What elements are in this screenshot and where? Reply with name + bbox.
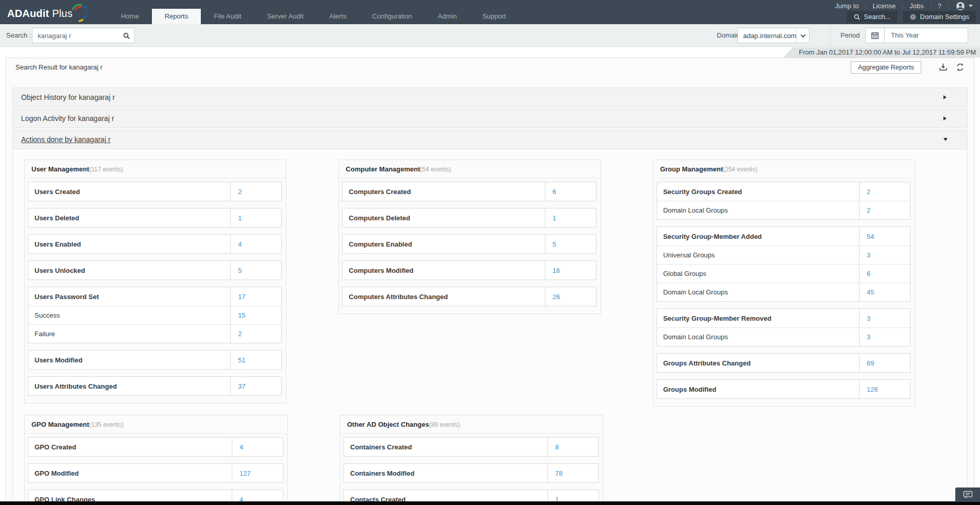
domain-settings-button[interactable]: Domain Settings bbox=[903, 11, 976, 23]
stat-row: Users Password Set17 bbox=[28, 287, 281, 306]
stat-row: Failure2 bbox=[28, 324, 281, 343]
card-header: Computer Management(54 events) bbox=[339, 160, 600, 179]
stat-value-link[interactable]: 26 bbox=[545, 293, 596, 301]
stat-group: Security Groups Created2Domain Local Gro… bbox=[657, 182, 910, 220]
nav-tab-home[interactable]: Home bbox=[108, 9, 152, 24]
stat-value-link[interactable]: 4 bbox=[232, 443, 283, 451]
domain-select[interactable]: adap.internal.com bbox=[737, 28, 810, 43]
stat-group: Users Enabled4 bbox=[28, 234, 282, 254]
stat-value-link[interactable]: 8 bbox=[548, 443, 598, 451]
card-other-ad-object-changes: Other AD Object Changes(89 events)Contai… bbox=[340, 415, 604, 505]
chevron-down-icon bbox=[943, 138, 948, 141]
stat-row: Domain Local Groups2 bbox=[657, 201, 910, 219]
app-logo-text: ADAudit Plus bbox=[7, 8, 73, 20]
stat-value-link[interactable]: 127 bbox=[232, 469, 283, 477]
stat-value-link[interactable]: 2 bbox=[231, 330, 281, 338]
stat-value-link[interactable]: 5 bbox=[231, 267, 281, 274]
search-input[interactable]: kanagaraj r bbox=[32, 28, 135, 43]
panel-actions: Aggregate Reports bbox=[851, 61, 965, 74]
top-link-license[interactable]: License bbox=[866, 2, 902, 10]
domain-settings-label: Domain Settings bbox=[920, 13, 969, 21]
domain-select-arrow[interactable] bbox=[796, 28, 809, 43]
card-header: User Management(117 events) bbox=[25, 160, 286, 179]
search-submit-icon[interactable] bbox=[123, 32, 130, 40]
stat-row: Success15 bbox=[28, 306, 281, 324]
expanded-section-content: User Management(117 events)Users Created… bbox=[12, 149, 968, 505]
stat-label: Containers Created bbox=[344, 438, 548, 456]
card-body: Users Created2Users Deleted1Users Enable… bbox=[25, 179, 286, 403]
refresh-icon[interactable] bbox=[956, 63, 965, 72]
card-event-count: (117 events) bbox=[89, 166, 123, 173]
stat-row: Users Attributes Changed37 bbox=[28, 377, 281, 395]
card-body: Containers Created8Containers Modified78… bbox=[340, 434, 603, 505]
stat-label: Global Groups bbox=[657, 265, 859, 283]
stat-row: Computers Deleted1 bbox=[342, 208, 595, 227]
stat-value-link[interactable]: 17 bbox=[231, 293, 281, 301]
stat-value-link[interactable]: 54 bbox=[859, 233, 910, 240]
stat-row: Containers Modified78 bbox=[344, 464, 598, 482]
feedback-chat-button[interactable] bbox=[955, 487, 980, 502]
card-body: Security Groups Created2Domain Local Gro… bbox=[654, 179, 915, 406]
nav-tab-support[interactable]: Support bbox=[470, 9, 519, 24]
stat-value-link[interactable]: 1 bbox=[545, 214, 596, 222]
stat-value-link[interactable]: 4 bbox=[231, 240, 281, 248]
user-menu[interactable] bbox=[949, 2, 975, 11]
stat-label: Computers Modified bbox=[342, 261, 545, 280]
panel-header: Search Result for kanagaraj r Aggregate … bbox=[6, 58, 974, 76]
nav-tab-file-audit[interactable]: File Audit bbox=[201, 9, 254, 24]
stat-group: Computers Created6 bbox=[342, 182, 596, 201]
top-link-jobs[interactable]: Jobs bbox=[903, 2, 930, 10]
period-value-field[interactable]: This Year bbox=[884, 28, 968, 43]
stat-value-link[interactable]: 2 bbox=[859, 206, 910, 214]
stat-row: Containers Created8 bbox=[344, 438, 598, 456]
stat-group: Groups Attributes Changed69 bbox=[657, 353, 910, 373]
nav-tab-configuration[interactable]: Configuration bbox=[359, 9, 425, 24]
section-label: Logon Activity for kanagaraj r bbox=[21, 114, 948, 123]
aggregate-reports-button[interactable]: Aggregate Reports bbox=[851, 61, 921, 74]
cards-row-1: User Management(117 events)Users Created… bbox=[24, 160, 967, 407]
section-actions-done-by-kanagaraj-r[interactable]: Actions done by kanagaraj r bbox=[12, 130, 968, 149]
header-buttons: Search... Domain Settings bbox=[841, 11, 976, 23]
main-nav: HomeReportsFile AuditServer AuditAlertsC… bbox=[108, 9, 519, 24]
stat-value-link[interactable]: 51 bbox=[231, 356, 281, 364]
period-calendar-button[interactable] bbox=[865, 28, 885, 43]
stat-label: Failure bbox=[28, 325, 231, 343]
export-report-icon[interactable] bbox=[939, 63, 948, 72]
stat-value-link[interactable]: 3 bbox=[859, 251, 910, 259]
stat-value-link[interactable]: 6 bbox=[859, 270, 910, 277]
stat-value-link[interactable]: 78 bbox=[548, 469, 598, 477]
section-logon-activity-for-kanagaraj-r[interactable]: Logon Activity for kanagaraj r bbox=[12, 109, 968, 128]
header-search-button[interactable]: Search... bbox=[847, 11, 898, 23]
nav-tab-alerts[interactable]: Alerts bbox=[317, 9, 359, 24]
stat-group: Users Unlocked5 bbox=[28, 260, 282, 280]
chat-bubble-icon bbox=[963, 491, 973, 499]
stat-value-link[interactable]: 45 bbox=[859, 288, 910, 296]
stat-group: GPO Created4 bbox=[28, 437, 283, 457]
stat-value-link[interactable]: 15 bbox=[231, 311, 281, 319]
stat-group: Users Modified51 bbox=[28, 350, 282, 370]
section-object-history-for-kanagaraj-r[interactable]: Object History for kanagaraj r bbox=[12, 88, 968, 107]
nav-tab-admin[interactable]: Admin bbox=[425, 9, 470, 24]
nav-tab-reports[interactable]: Reports bbox=[152, 9, 201, 24]
card-body: GPO Created4GPO Modified127GPO Link Chan… bbox=[25, 434, 287, 505]
stat-value-link[interactable]: 3 bbox=[859, 315, 910, 322]
top-link-jump-to[interactable]: Jump to bbox=[828, 2, 865, 10]
stat-value-link[interactable]: 126 bbox=[859, 386, 910, 393]
stat-value-link[interactable]: 16 bbox=[545, 267, 596, 274]
stat-value-link[interactable]: 69 bbox=[859, 359, 910, 367]
stat-label: Computers Attributes Changed bbox=[342, 287, 545, 306]
stat-label: Domain Local Groups bbox=[657, 283, 859, 301]
card-event-count: (89 events) bbox=[429, 421, 460, 428]
stat-value-link[interactable]: 37 bbox=[231, 382, 281, 390]
help-link[interactable]: ? bbox=[931, 2, 948, 10]
stat-value-link[interactable]: 2 bbox=[859, 188, 910, 196]
stat-value-link[interactable]: 5 bbox=[545, 240, 596, 248]
card-gpo-management: GPO Management(135 events)GPO Created4GP… bbox=[24, 415, 288, 505]
nav-tab-server-audit[interactable]: Server Audit bbox=[254, 9, 317, 24]
stat-value-link[interactable]: 2 bbox=[231, 188, 281, 196]
stat-value-link[interactable]: 6 bbox=[545, 188, 596, 196]
accordion-sections: Object History for kanagaraj rLogon Acti… bbox=[6, 76, 974, 149]
stat-value-link[interactable]: 1 bbox=[231, 214, 281, 222]
stat-group: Computers Modified16 bbox=[342, 260, 596, 280]
stat-value-link[interactable]: 3 bbox=[859, 333, 910, 341]
